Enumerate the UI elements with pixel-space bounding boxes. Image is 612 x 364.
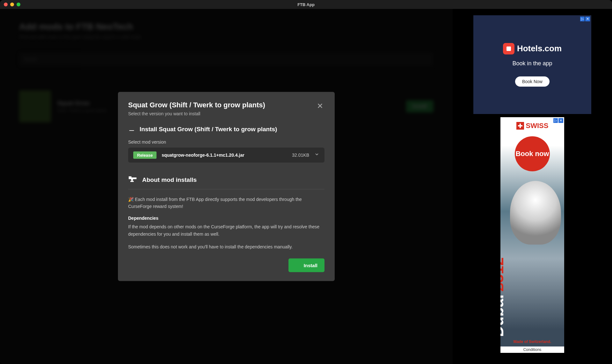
install-modal: Squat Grow (Shift / Twerk to grow plants… <box>118 92 335 281</box>
close-window-button[interactable] <box>4 3 8 6</box>
download-icon <box>128 125 135 133</box>
ad-hotels[interactable]: ▷✕ Hotels.com Book in the app Book Now <box>473 15 591 114</box>
version-dropdown[interactable]: Release squatgrow-neoforge-6.1.1+mc1.20.… <box>128 147 324 162</box>
version-filename: squatgrow-neoforge-6.1.1+mc1.20.4.jar <box>162 153 287 158</box>
airplane-engine-image <box>510 181 561 245</box>
adchoices-icon[interactable]: ▷✕ <box>580 17 590 21</box>
download-icon <box>295 262 301 268</box>
minimize-window-button[interactable] <box>10 3 14 6</box>
ad-sidebar: ▷✕ Hotels.com Book in the app Book Now ▷… <box>453 9 612 364</box>
swiss-destination: Dubai <box>500 295 507 337</box>
maximize-window-button[interactable] <box>17 3 20 6</box>
install-button[interactable]: Install <box>288 259 324 272</box>
hotels-cta-button[interactable]: Book Now <box>515 76 550 87</box>
modal-subtitle: Select the version you want to install <box>128 111 265 116</box>
ad-swiss[interactable]: ▷✕ SWISS Book now Dubai £312 Made of Swi… <box>500 117 564 353</box>
release-badge: Release <box>133 151 157 159</box>
about-heading-text: About mod installs <box>142 176 197 183</box>
dependencies-text-1: If the mod depends on other mods on the … <box>128 223 324 238</box>
swiss-cta-circle[interactable]: Book now <box>515 136 550 171</box>
divider <box>128 189 324 189</box>
swiss-cross-icon <box>516 122 524 130</box>
swiss-price: £312 <box>500 257 507 291</box>
hotels-brand-text: Hotels.com <box>517 44 562 54</box>
window-titlebar: FTB App <box>0 0 612 9</box>
dependencies-heading: Dependencies <box>128 216 324 221</box>
version-size: 32.01KB <box>292 153 309 158</box>
modal-title: Squat Grow (Shift / Twerk to grow plants… <box>128 101 265 109</box>
install-button-label: Install <box>304 263 317 268</box>
swiss-brand-text: SWISS <box>526 122 549 130</box>
dependencies-text-2: Sometimes this does not work and you'll … <box>128 243 324 250</box>
about-info-text: 🎉 Each mod install from the FTB App dire… <box>128 196 324 210</box>
install-section-heading: Install Squat Grow (Shift / Twerk to gro… <box>128 125 324 133</box>
close-icon[interactable]: ✕ <box>316 101 324 111</box>
install-heading-text: Install Squat Grow (Shift / Twerk to gro… <box>140 126 277 133</box>
select-version-label: Select mod version <box>128 139 324 144</box>
window-title: FTB App <box>297 2 315 7</box>
about-section-heading: About mod installs <box>128 175 324 184</box>
hotels-tagline: Book in the app <box>512 60 552 67</box>
anvil-icon <box>128 175 137 184</box>
swiss-logo: SWISS <box>500 122 564 130</box>
swiss-tagline: Made of Switzerland. <box>500 339 564 344</box>
hotels-icon <box>503 43 514 54</box>
chevron-down-icon <box>314 152 319 158</box>
hotels-logo: Hotels.com <box>503 43 562 54</box>
swiss-conditions-link[interactable]: Conditions <box>500 346 564 353</box>
